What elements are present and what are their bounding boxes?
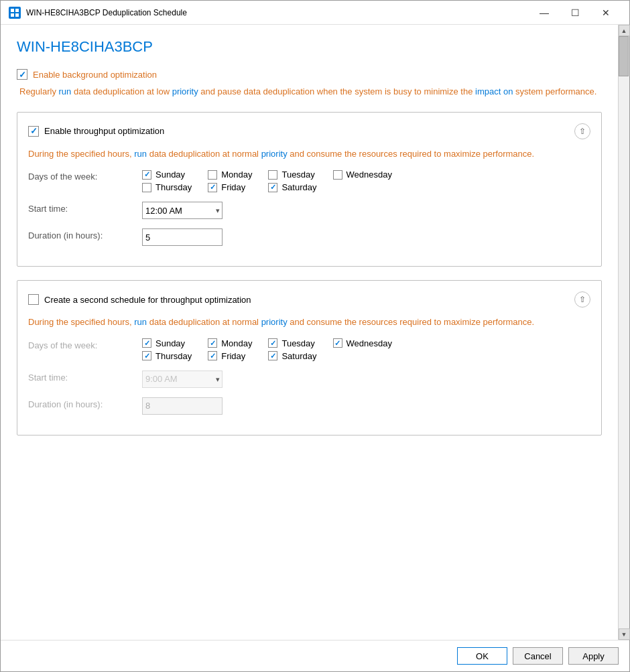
section1-days-grid: Sunday Monday Tuesday Wednesday	[142, 170, 392, 192]
enable-bg-label: Enable background optimization	[33, 70, 157, 80]
scrollbar[interactable]: ▲ ▼	[618, 25, 629, 640]
section2-title: Create a second schedule for throughput …	[44, 295, 251, 305]
section1-day-wednesday: Wednesday	[333, 170, 392, 180]
section1-friday-checkbox[interactable]	[208, 183, 217, 192]
section2-day-saturday: Saturday	[268, 351, 316, 361]
section2-collapse-btn[interactable]: ⇧	[574, 291, 590, 308]
section2-thursday-checkbox[interactable]	[142, 351, 151, 360]
section1-day-tuesday: Tuesday	[268, 170, 316, 180]
section2-desc: During the specified hours, run data ded…	[28, 316, 590, 329]
section2-friday-checkbox[interactable]	[208, 351, 217, 360]
section2-header: Create a second schedule for throughput …	[28, 291, 590, 308]
section1-monday-checkbox[interactable]	[208, 170, 217, 180]
section1-checkbox[interactable]	[28, 126, 39, 137]
section2-day-tuesday: Tuesday	[268, 338, 316, 348]
section1-title: Enable throughput optimization	[44, 126, 164, 136]
app-icon	[9, 7, 21, 19]
section2-header-left: Create a second schedule for throughput …	[28, 294, 251, 305]
section2-days-row: Days of the week: Sunday Monday	[28, 338, 590, 361]
svg-rect-1	[15, 9, 19, 12]
close-button[interactable]: ✕	[590, 3, 621, 22]
section1-thursday-checkbox[interactable]	[142, 183, 151, 192]
section1-tuesday-checkbox[interactable]	[268, 170, 277, 180]
section1-day-monday: Monday	[208, 170, 252, 180]
scrollbar-up-btn[interactable]: ▲	[619, 25, 630, 36]
section1-sunday-checkbox[interactable]	[142, 170, 151, 180]
main-window: WIN-HE8CIHA3BCP Deduplication Schedule —…	[0, 0, 630, 672]
page-title: WIN-HE8CIHA3BCP	[17, 38, 602, 56]
bg-description: Regularly run data deduplication at low …	[19, 85, 602, 98]
section2-day-friday: Friday	[208, 351, 252, 361]
section2-wednesday-checkbox[interactable]	[333, 338, 342, 348]
section2-start-time-wrapper: 9:00 AM 12:00 AM 6:00 AM	[142, 371, 223, 388]
minimize-button[interactable]: —	[529, 3, 560, 22]
section2-day-wednesday: Wednesday	[333, 338, 392, 348]
section1-duration-input[interactable]	[142, 228, 223, 246]
section2-duration-input[interactable]	[142, 397, 223, 415]
section1-days-label: Days of the week:	[28, 170, 142, 182]
section2-duration-row: Duration (in hours):	[28, 397, 590, 415]
maximize-button[interactable]: ☐	[560, 3, 590, 22]
section2-duration-label: Duration (in hours):	[28, 397, 142, 409]
content-area: WIN-HE8CIHA3BCP Enable background optimi…	[1, 25, 629, 640]
section1-day-saturday: Saturday	[268, 182, 316, 192]
section1-day-sunday: Sunday	[142, 170, 192, 180]
svg-rect-3	[15, 13, 19, 17]
section2-days-label: Days of the week:	[28, 338, 142, 350]
section2-monday-checkbox[interactable]	[208, 338, 217, 348]
section2-sunday-checkbox[interactable]	[142, 338, 151, 348]
section1-start-row: Start time: 12:00 AM 1:00 AM 6:00 AM 9:0…	[28, 202, 590, 219]
section1-days-row: Days of the week: Sunday Monday	[28, 170, 590, 192]
cancel-button[interactable]: Cancel	[513, 647, 563, 665]
scrollbar-down-btn[interactable]: ▼	[619, 628, 630, 640]
footer: OK Cancel Apply	[1, 640, 629, 671]
section1-collapse-btn[interactable]: ⇧	[574, 123, 590, 139]
section1-header-left: Enable throughput optimization	[28, 126, 164, 137]
enable-bg-checkbox[interactable]	[17, 69, 27, 80]
svg-rect-2	[11, 13, 14, 17]
section2-start-row: Start time: 9:00 AM 12:00 AM 6:00 AM	[28, 371, 590, 388]
section1-day-thursday: Thursday	[142, 182, 192, 192]
scrollbar-thumb[interactable]	[619, 36, 629, 76]
section2-start-label: Start time:	[28, 371, 142, 383]
window-title: WIN-HE8CIHA3BCP Deduplication Schedule	[26, 8, 187, 17]
section2-day-sunday: Sunday	[142, 338, 192, 348]
section2-start-time-select[interactable]: 9:00 AM 12:00 AM 6:00 AM	[142, 371, 223, 388]
section2-days-grid: Sunday Monday Tuesday Wednesday	[142, 338, 392, 361]
section1-day-friday: Friday	[208, 182, 252, 192]
title-bar-controls: — ☐ ✕	[529, 3, 621, 22]
title-bar-left: WIN-HE8CIHA3BCP Deduplication Schedule	[9, 7, 187, 19]
title-bar: WIN-HE8CIHA3BCP Deduplication Schedule —…	[1, 1, 629, 25]
section2-day-monday: Monday	[208, 338, 252, 348]
section2-checkbox[interactable]	[28, 294, 39, 305]
section2-tuesday-checkbox[interactable]	[268, 338, 277, 348]
section1-start-label: Start time:	[28, 202, 142, 214]
section1-start-time-select[interactable]: 12:00 AM 1:00 AM 6:00 AM 9:00 AM	[142, 202, 223, 219]
main-content: WIN-HE8CIHA3BCP Enable background optimi…	[1, 25, 618, 640]
section2-box: Create a second schedule for throughput …	[17, 280, 602, 435]
section2-day-thursday: Thursday	[142, 351, 192, 361]
enable-bg-row: Enable background optimization	[17, 69, 602, 80]
section1-duration-label: Duration (in hours):	[28, 228, 142, 241]
section1-saturday-checkbox[interactable]	[268, 183, 277, 192]
apply-button[interactable]: Apply	[568, 647, 619, 665]
section1-start-time-wrapper: 12:00 AM 1:00 AM 6:00 AM 9:00 AM	[142, 202, 223, 219]
section1-box: Enable throughput optimization ⇧ During …	[17, 112, 602, 267]
scrollbar-track[interactable]	[619, 36, 629, 628]
svg-rect-0	[11, 9, 14, 12]
section1-wednesday-checkbox[interactable]	[333, 170, 342, 180]
section2-saturday-checkbox[interactable]	[268, 351, 277, 360]
section1-duration-row: Duration (in hours):	[28, 228, 590, 246]
section1-desc: During the specified hours, run data ded…	[28, 147, 590, 161]
ok-button[interactable]: OK	[457, 647, 507, 665]
section1-header: Enable throughput optimization ⇧	[28, 123, 590, 139]
